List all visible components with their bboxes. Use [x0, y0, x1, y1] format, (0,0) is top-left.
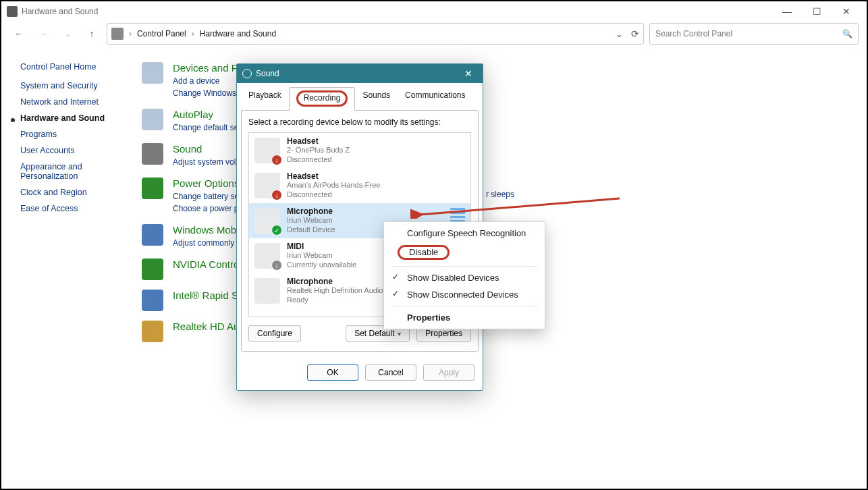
menu-item[interactable]: Show Disabled Devices: [384, 269, 545, 286]
category-sublinks[interactable]: Change battery setChoose a power pl: [173, 190, 241, 215]
device-status: Ready: [287, 296, 383, 305]
device-status: Currently unavailable: [287, 261, 356, 270]
category-title[interactable]: Power Options: [173, 178, 241, 189]
sidebar-item[interactable]: Appearance and Personalization: [20, 162, 135, 181]
category-icon: [142, 224, 163, 246]
category-sublinks[interactable]: Adjust commonly: [173, 237, 236, 249]
device-context-menu: Configure Speech RecognitionDisableShow …: [383, 221, 545, 329]
device-icon: ↓: [254, 173, 280, 198]
category-icon: [142, 62, 163, 84]
dialog-close-button[interactable]: ✕: [460, 66, 477, 81]
minimize-button[interactable]: —: [772, 2, 802, 21]
configure-button[interactable]: Configure: [248, 325, 301, 342]
device-name: MIDI: [287, 242, 356, 251]
device-name: Microphone: [287, 207, 335, 216]
tab-playback[interactable]: Playback: [241, 87, 289, 111]
status-badge-icon: ↓: [271, 190, 282, 200]
chevron-right-icon: ›: [192, 29, 194, 38]
sidebar-header[interactable]: Control Panel Home: [20, 62, 135, 72]
device-subtitle: Iriun Webcam: [287, 251, 356, 261]
address-bar[interactable]: › Control Panel › Hardware and Sound ⌄ ⟳: [107, 23, 644, 45]
sidebar-item[interactable]: Programs: [20, 130, 135, 139]
sidebar-item[interactable]: Hardware and Sound: [20, 113, 135, 123]
cancel-button[interactable]: Cancel: [365, 364, 416, 381]
sidebar-item[interactable]: Clock and Region: [20, 188, 135, 197]
category-title[interactable]: Realtek HD Au: [173, 321, 239, 332]
dialog-title: Sound: [256, 69, 279, 78]
toolbar: ← → ⌄ ↑ › Control Panel › Hardware and S…: [1, 22, 867, 50]
annotation-highlight: Disable: [398, 245, 450, 260]
status-badge-icon: ↓: [271, 260, 282, 271]
history-chevron-icon[interactable]: ⌄: [616, 29, 623, 39]
tab-instruction: Select a recording device below to modif…: [248, 117, 471, 127]
status-badge-icon: ✓: [271, 225, 282, 236]
refresh-button[interactable]: ⟳: [631, 28, 639, 39]
menu-item[interactable]: Show Disconnected Devices: [384, 286, 545, 303]
recent-locations-chevron[interactable]: ⌄: [58, 24, 77, 43]
sidebar-item[interactable]: System and Security: [20, 81, 135, 90]
maximize-button[interactable]: ☐: [802, 2, 832, 21]
status-badge-icon: ↓: [271, 155, 282, 165]
tab-recording[interactable]: Recording: [289, 87, 356, 111]
close-button[interactable]: ✕: [832, 2, 861, 21]
category-icon: [142, 178, 163, 199]
device-subtitle: Realtek High Definition Audio: [287, 286, 383, 296]
ok-button[interactable]: OK: [307, 364, 358, 381]
up-button[interactable]: ↑: [82, 24, 101, 43]
category-sublinks[interactable]: Add a deviceChange Windows: [173, 75, 238, 99]
dialog-titlebar[interactable]: Sound ✕: [237, 64, 483, 83]
search-input[interactable]: Search Control Panel 🔍: [649, 23, 859, 45]
crumb-control-panel[interactable]: Control Panel: [137, 29, 186, 38]
device-status: Disconnected: [287, 190, 380, 200]
obscured-link-text[interactable]: r sleeps: [486, 190, 514, 199]
device-name: Headset: [287, 136, 350, 146]
location-icon: [111, 28, 124, 40]
sound-icon: [242, 69, 252, 78]
category-icon: [142, 258, 163, 280]
sidebar-item[interactable]: Network and Internet: [20, 97, 135, 107]
category-title[interactable]: NVIDIA Contro: [173, 258, 239, 270]
annotation-highlight: Recording: [296, 90, 348, 107]
device-status: Default Device: [287, 225, 335, 235]
sidebar-item[interactable]: User Accounts: [20, 146, 135, 155]
dialog-tabs: PlaybackRecordingSoundsCommunications: [237, 83, 483, 111]
device-name: Microphone: [287, 277, 383, 286]
category-title[interactable]: Intel® Rapid S: [173, 290, 238, 301]
category-title[interactable]: AutoPlay: [173, 109, 241, 120]
menu-separator: [391, 266, 538, 267]
forward-button[interactable]: →: [34, 24, 53, 43]
device-subtitle: Iriun Webcam: [287, 216, 335, 225]
apply-button[interactable]: Apply: [423, 364, 474, 381]
category-icon: [142, 109, 163, 130]
back-button[interactable]: ←: [9, 24, 28, 43]
category-title[interactable]: Devices and P: [173, 62, 238, 74]
device-icon: ✓: [254, 208, 280, 234]
device-row[interactable]: ↓HeadsetAman's AirPods Hands-FreeDisconn…: [249, 168, 470, 203]
menu-item[interactable]: Disable: [384, 242, 545, 263]
titlebar: Hardware and Sound — ☐ ✕: [1, 1, 867, 22]
device-row[interactable]: ↓Headset2- OnePlus Buds ZDisconnected: [249, 133, 470, 168]
category-sublinks[interactable]: Change default set: [173, 121, 241, 134]
category-title[interactable]: Windows Mob: [173, 224, 236, 236]
sidebar-nav: Control Panel Home System and SecurityNe…: [20, 62, 135, 352]
device-status: Disconnected: [287, 155, 350, 165]
tab-sounds[interactable]: Sounds: [355, 87, 398, 111]
app-icon: [7, 6, 18, 17]
menu-item[interactable]: Properties: [384, 309, 545, 326]
crumb-hardware-sound[interactable]: Hardware and Sound: [200, 29, 276, 38]
device-subtitle: Aman's AirPods Hands-Free: [287, 181, 380, 190]
search-icon: 🔍: [842, 29, 852, 38]
chevron-right-icon: ›: [129, 29, 132, 38]
menu-item[interactable]: Configure Speech Recognition: [384, 225, 545, 242]
device-subtitle: 2- OnePlus Buds Z: [287, 146, 350, 155]
search-placeholder: Search Control Panel: [655, 29, 732, 38]
tab-communications[interactable]: Communications: [398, 87, 472, 111]
sidebar-item[interactable]: Ease of Access: [20, 204, 135, 213]
category-sublinks[interactable]: Adjust system volu: [173, 156, 240, 168]
category-title[interactable]: Sound: [173, 143, 240, 155]
window-title: Hardware and Sound: [22, 7, 98, 16]
category-icon: [142, 143, 163, 165]
device-icon: [254, 278, 280, 304]
device-icon: ↓: [254, 243, 280, 269]
device-name: Headset: [287, 171, 380, 181]
